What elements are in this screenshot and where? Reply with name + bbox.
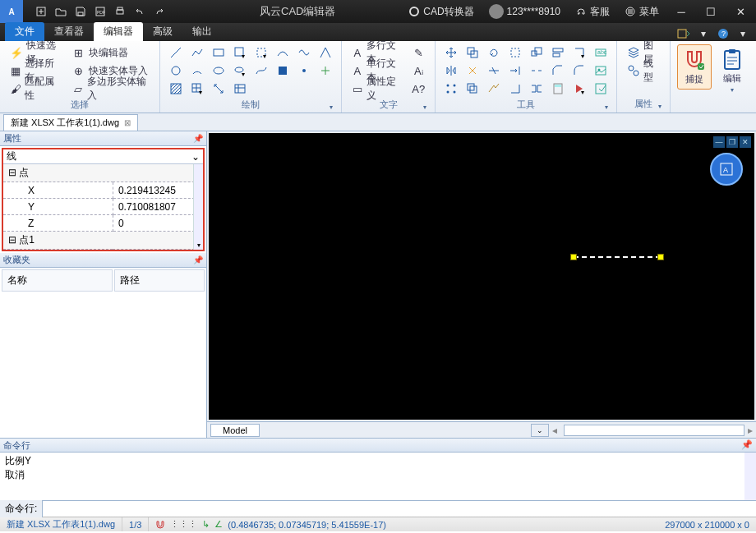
angle-icon[interactable] [316, 44, 334, 61]
stretch-dropdown-icon[interactable]: ▾ [570, 44, 588, 61]
explode-icon[interactable] [463, 62, 482, 79]
text-image-icon[interactable]: abc [592, 44, 610, 61]
maximize-button[interactable]: ☐ [698, 2, 723, 21]
help-icon[interactable]: ? [715, 26, 731, 41]
chamfer-icon[interactable] [549, 62, 567, 79]
chevron-down-icon[interactable]: ▾ [330, 103, 333, 111]
snap-toggle-icon[interactable] [155, 520, 165, 530]
document-tab[interactable]: 新建 XLSX 工作表1(1).dwg ⊠ [3, 114, 138, 131]
fill-icon[interactable] [274, 62, 292, 79]
help-dropdown-icon[interactable]: ▾ [735, 26, 751, 41]
command-header[interactable]: 命令行 📌 [0, 438, 756, 453]
fillet-icon[interactable] [570, 62, 588, 79]
tab-advanced[interactable]: 高级 [143, 22, 182, 41]
table-icon[interactable] [231, 80, 249, 97]
hatch-pattern-icon[interactable] [167, 80, 185, 97]
wave-icon[interactable] [295, 44, 313, 61]
region-dropdown-icon[interactable]: ▾ [570, 80, 588, 97]
polyline-icon[interactable] [188, 44, 206, 61]
break-icon[interactable] [528, 62, 546, 79]
snap-button[interactable]: 捕捉 [677, 44, 712, 90]
cad-converter-button[interactable]: CAD转换器 [403, 2, 478, 21]
mirror-icon[interactable] [442, 62, 460, 79]
block-editor[interactable]: ⊞块编辑器 [69, 44, 153, 61]
arc-icon[interactable] [188, 62, 206, 79]
undo-icon[interactable] [130, 2, 150, 21]
model-tab[interactable]: Model [210, 424, 260, 437]
insert-image-icon[interactable] [592, 62, 610, 79]
save-icon[interactable] [71, 2, 90, 21]
tab-editor[interactable]: 编辑器 [94, 22, 143, 41]
ribbon-options-icon[interactable] [675, 26, 692, 41]
grid-toggle-icon[interactable]: ⋮⋮⋮ [170, 519, 197, 530]
open-icon[interactable] [51, 2, 71, 21]
crop-icon[interactable] [506, 44, 524, 61]
hatch-dropdown-icon[interactable]: ▾ [188, 80, 206, 97]
point-icon[interactable] [295, 62, 313, 79]
text-tool-2[interactable]: Aᵢ [408, 62, 428, 79]
trim-icon[interactable] [485, 62, 503, 79]
polar-toggle-icon[interactable]: ∠ [214, 519, 223, 530]
match-properties[interactable]: 🖌匹配属性 [7, 80, 64, 97]
rotate-icon[interactable] [485, 44, 503, 61]
chevron-down-icon[interactable]: ▾ [423, 103, 426, 111]
curve-icon[interactable] [274, 44, 292, 61]
line-icon[interactable] [167, 44, 185, 61]
menu-button[interactable]: 菜单 [620, 2, 664, 21]
chevron-down-icon[interactable]: ▾ [605, 103, 608, 111]
cross-icon[interactable] [316, 62, 334, 79]
favorites-header[interactable]: 收藏夹 📌 [0, 253, 206, 268]
print-icon[interactable] [110, 2, 130, 21]
rectangle-dropdown-icon[interactable]: ▾ [231, 44, 249, 61]
ortho-toggle-icon[interactable]: ↳ [202, 519, 210, 530]
pin-icon[interactable]: 📌 [193, 134, 203, 143]
spline-icon[interactable] [252, 62, 270, 79]
properties-header[interactable]: 属性 📌 [0, 131, 206, 146]
sketch-tool-icon[interactable] [485, 80, 503, 97]
offset-icon[interactable] [463, 80, 482, 97]
array-icon[interactable] [442, 80, 460, 97]
scale-icon[interactable] [528, 44, 546, 61]
copy-icon[interactable] [463, 44, 482, 61]
selected-line-entity[interactable] [574, 256, 661, 258]
circle-icon[interactable] [167, 62, 185, 79]
command-input[interactable] [43, 502, 756, 517]
support-button[interactable]: 客服 [570, 2, 615, 21]
view-cube-icon[interactable]: A [710, 153, 743, 186]
align-icon[interactable] [549, 44, 567, 61]
layout-dropdown-icon[interactable]: ⌄ [531, 424, 549, 437]
fav-col-path[interactable]: 路径 [114, 269, 205, 292]
insert-xref-icon[interactable] [592, 80, 610, 97]
corner-icon[interactable] [506, 80, 524, 97]
text-tool-3[interactable]: A? [408, 80, 428, 97]
close-button[interactable]: ✕ [728, 2, 753, 21]
horizontal-scrollbar[interactable] [564, 425, 744, 436]
chevron-down-icon[interactable]: ▾ [658, 103, 662, 110]
drawing-canvas[interactable]: — ❐ ✕ A [209, 133, 754, 420]
minimize-button[interactable]: ─ [669, 2, 694, 21]
export-pdf-icon[interactable]: PDF [90, 2, 110, 21]
text-tool-1[interactable]: ✎ [408, 44, 428, 61]
edit-button[interactable]: 编辑 ▾ [715, 44, 749, 97]
linetype-button[interactable]: 线型 [624, 62, 663, 79]
fav-col-name[interactable]: 名称 [2, 269, 113, 292]
extend-icon[interactable] [506, 62, 524, 79]
attribute-definition[interactable]: ▭属性定义 [348, 80, 403, 97]
properties-scrollbar[interactable]: ▾ [193, 164, 203, 250]
pin-icon[interactable]: 📌 [741, 439, 753, 451]
tab-close-icon[interactable]: ⊠ [124, 118, 131, 127]
dimension-icon[interactable] [210, 80, 228, 97]
ellipse-dropdown-icon[interactable]: ▾ [231, 62, 249, 79]
pin-icon[interactable]: 📌 [193, 255, 203, 264]
command-scrollbar[interactable] [744, 453, 756, 500]
polygon-dropdown-icon[interactable]: ▾ [252, 44, 270, 61]
tab-output[interactable]: 输出 [182, 22, 222, 41]
ribbon-dropdown-icon[interactable]: ▾ [695, 26, 712, 41]
entity-selector[interactable]: 线 ⌄ [3, 149, 203, 164]
grip-start[interactable] [570, 254, 577, 260]
grip-end[interactable] [657, 254, 664, 260]
ellipse-icon[interactable] [210, 62, 228, 79]
rectangle-icon[interactable] [210, 44, 228, 61]
polygon-input[interactable]: ▱多边形实体输入 [69, 80, 153, 97]
calc-icon[interactable] [549, 80, 567, 97]
